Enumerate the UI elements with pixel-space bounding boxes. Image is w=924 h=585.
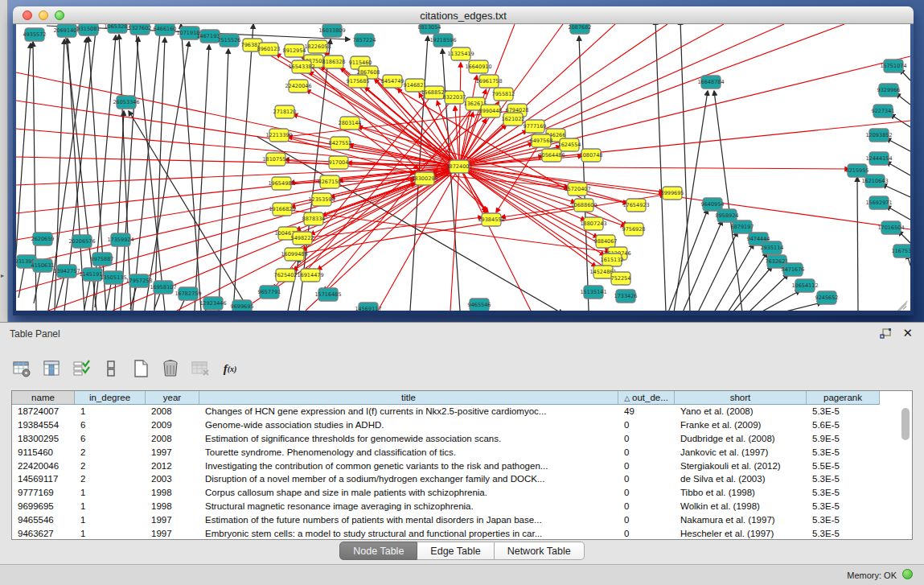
- graph-edge[interactable]: [857, 177, 858, 311]
- table-cell[interactable]: 0: [618, 472, 675, 486]
- table-columns-icon[interactable]: [41, 358, 62, 379]
- graph-edge[interactable]: [882, 184, 910, 197]
- graph-node[interactable]: 9245652: [815, 291, 839, 304]
- delete-icon[interactable]: [160, 358, 181, 379]
- table-cell[interactable]: Changes of HCN gene expression and I(f) …: [199, 405, 618, 418]
- window-resize-grip[interactable]: [896, 296, 909, 309]
- table-cell[interactable]: 1: [75, 405, 146, 418]
- graph-node[interactable]: 12093852: [865, 129, 892, 142]
- table-cell[interactable]: 0: [618, 418, 675, 432]
- graph-edge[interactable]: [886, 138, 910, 151]
- graph-node[interactable]: 1167533: [892, 245, 910, 257]
- table-cell[interactable]: 5.3E-5: [807, 405, 880, 418]
- table-cell[interactable]: 6: [75, 418, 146, 432]
- graph-edge[interactable]: [219, 49, 228, 311]
- row-height-icon[interactable]: [101, 358, 121, 379]
- graph-node[interactable]: 15692971: [865, 196, 892, 209]
- table-cell[interactable]: Tourette syndrome. Phenomenology and cla…: [199, 446, 618, 459]
- column-header-pagerank[interactable]: pagerank: [807, 391, 880, 405]
- column-header-short[interactable]: short: [675, 391, 807, 405]
- graph-node[interactable]: 7515526: [218, 34, 241, 47]
- graph-edge[interactable]: [288, 257, 299, 311]
- table-cell[interactable]: Corpus callosum shape and size in male p…: [199, 486, 618, 500]
- graph-node[interactable]: 17359924: [107, 233, 133, 246]
- graph-node[interactable]: 15720407: [564, 183, 590, 196]
- table-cell[interactable]: 9699695: [12, 500, 75, 513]
- table-cell[interactable]: Jankovic et al. (1997): [675, 446, 807, 459]
- graph-node[interactable]: 7625402: [274, 269, 298, 282]
- graph-node[interactable]: 16210643: [861, 175, 888, 187]
- graph-node[interactable]: 16958107: [150, 281, 176, 294]
- table-cell[interactable]: 2: [75, 472, 146, 486]
- network-canvas[interactable]: 4935572206914069315081106532871327602646…: [16, 24, 910, 311]
- graph-node[interactable]: 19166829: [269, 203, 295, 216]
- graph-node[interactable]: 16099489: [281, 248, 307, 261]
- graph-node[interactable]: 17654923: [622, 199, 649, 212]
- graph-node[interactable]: 8471676: [782, 263, 805, 276]
- graph-edge[interactable]: [181, 24, 201, 311]
- graph-node[interactable]: 16961758: [475, 75, 502, 88]
- table-cell[interactable]: 1997: [146, 513, 199, 527]
- function-icon[interactable]: f(x): [220, 358, 240, 379]
- graph-node[interactable]: 8960123: [257, 43, 281, 56]
- table-cell[interactable]: 1997: [146, 527, 199, 540]
- graph-node[interactable]: 13505135: [100, 271, 126, 284]
- graph-node[interactable]: 8878334: [302, 212, 326, 225]
- graph-node[interactable]: 16543382: [288, 60, 314, 73]
- table-cell[interactable]: 5.3E-5: [807, 500, 880, 513]
- table-cell[interactable]: 5.3E-5: [807, 513, 880, 527]
- graph-node[interactable]: 7955812: [492, 88, 515, 101]
- table-cell[interactable]: 5.3E-5: [807, 472, 880, 486]
- graph-node[interactable]: 2620659: [31, 233, 55, 245]
- graph-edge[interactable]: [459, 167, 849, 169]
- table-settings-icon[interactable]: [11, 358, 32, 379]
- graph-node[interactable]: 2935114: [761, 241, 784, 254]
- graph-node[interactable]: 16033809: [318, 24, 345, 37]
- graph-node[interactable]: 9699695: [231, 300, 254, 311]
- graph-node[interactable]: 8215955: [846, 164, 869, 177]
- graph-node[interactable]: 16648784: [697, 76, 724, 89]
- graph-node[interactable]: 8322037: [443, 91, 466, 104]
- table-cell[interactable]: 1: [75, 486, 146, 500]
- graph-node[interactable]: 17957253: [125, 274, 152, 287]
- graph-edge[interactable]: [714, 244, 754, 311]
- table-cell[interactable]: 14569117: [12, 472, 75, 486]
- graph-node[interactable]: 17016504: [877, 221, 904, 234]
- graph-node[interactable]: 8454749: [381, 75, 405, 88]
- table-cell[interactable]: 1998: [146, 486, 199, 500]
- table-cell[interactable]: 6: [75, 432, 146, 446]
- table-cell[interactable]: Yano et al. (2008): [675, 405, 807, 418]
- graph-node[interactable]: 9756928: [622, 223, 646, 236]
- graph-node[interactable]: 16782759: [175, 287, 201, 300]
- graph-node[interactable]: 1327602: [129, 24, 152, 35]
- graph-node[interactable]: 8912954: [283, 44, 306, 57]
- graph-node[interactable]: 7857224: [353, 34, 376, 47]
- graph-node[interactable]: 16914479: [297, 269, 323, 282]
- graph-node[interactable]: 1733426: [614, 290, 638, 303]
- graph-edge[interactable]: [579, 36, 589, 311]
- graph-node[interactable]: 10688609: [570, 199, 597, 212]
- graph-edge[interactable]: [886, 206, 910, 220]
- table-cell[interactable]: Genome-wide association studies in ADHD.: [199, 418, 618, 432]
- table-cell[interactable]: 19384554: [12, 418, 75, 432]
- graph-edge[interactable]: [233, 24, 253, 311]
- tab-edge-table[interactable]: Edge Table: [417, 542, 494, 560]
- graph-node[interactable]: 13942757: [53, 265, 80, 278]
- column-select-icon[interactable]: [71, 358, 92, 379]
- graph-edge[interactable]: [133, 24, 161, 311]
- table-cell[interactable]: 5.6E-5: [807, 418, 880, 432]
- table-cell[interactable]: 9465546: [12, 513, 75, 527]
- table-cell[interactable]: Nakamura et al. (1997): [675, 513, 807, 527]
- graph-node[interactable]: 18107554: [262, 153, 289, 166]
- graph-node[interactable]: 20564486: [538, 149, 565, 162]
- table-cell[interactable]: 2012: [146, 459, 199, 473]
- table-cell[interactable]: 2: [75, 459, 146, 473]
- table-cell[interactable]: 5.3E-5: [807, 486, 880, 500]
- network-window-titlebar[interactable]: citations_edges.txt: [13, 6, 914, 24]
- table-cell[interactable]: 49: [618, 405, 675, 418]
- table-cell[interactable]: 2003: [146, 472, 199, 486]
- graph-edge[interactable]: [782, 303, 822, 311]
- new-file-icon[interactable]: [130, 358, 151, 379]
- table-cell[interactable]: 1997: [146, 446, 199, 459]
- graph-edge[interactable]: [886, 162, 910, 175]
